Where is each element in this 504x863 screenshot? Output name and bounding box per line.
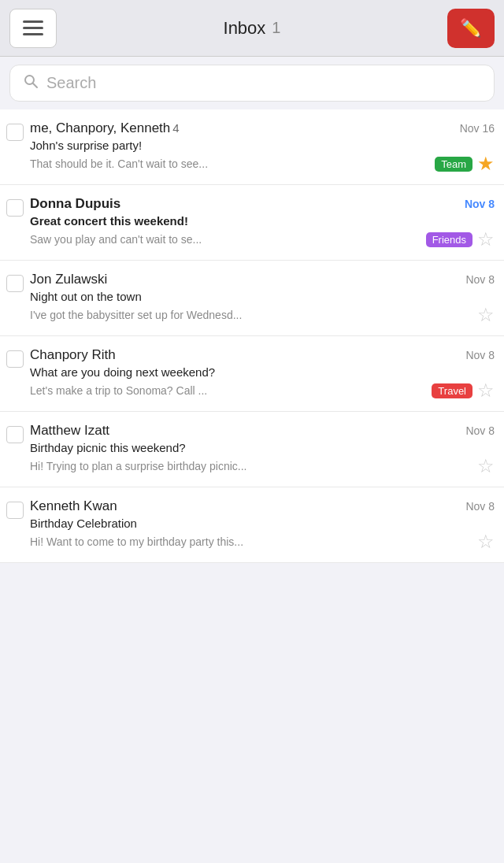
email-preview-row: Saw you play and can't wait to se... Fri… (30, 230, 495, 249)
hamburger-icon (23, 20, 43, 35)
email-date: Nov 8 (465, 349, 495, 361)
email-date: Nov 16 (460, 122, 495, 135)
email-content: Donna Dupuis Nov 8 Great concert this we… (30, 196, 495, 249)
search-placeholder: Search (46, 74, 96, 92)
email-content: Jon Zulawski Nov 8 Night out on the town… (30, 272, 495, 324)
email-subject: John's surprise party! (30, 139, 495, 152)
svg-line-1 (33, 83, 37, 87)
tag-label: Friends (426, 232, 472, 247)
email-subject: Birthday Celebration (30, 517, 495, 530)
menu-button[interactable] (9, 9, 57, 48)
email-preview: That should be it. Can't wait to see... (30, 157, 430, 170)
email-item[interactable]: Jon Zulawski Nov 8 Night out on the town… (0, 261, 504, 336)
email-date: Nov 8 (465, 500, 495, 513)
tag-label: Travel (432, 383, 472, 398)
sender-name: Matthew Izatt (30, 423, 109, 439)
email-preview: Hi! Trying to plan a surprise birthday p… (30, 460, 472, 472)
sender-name: me, Chanpory, Kenneth4 (30, 120, 180, 136)
email-item[interactable]: Matthew Izatt Nov 8 Birthday picnic this… (0, 412, 504, 487)
email-content: Matthew Izatt Nov 8 Birthday picnic this… (30, 423, 495, 476)
email-top-row: me, Chanpory, Kenneth4 Nov 16 (30, 120, 495, 136)
email-content: Kenneth Kwan Nov 8 Birthday Celebration … (30, 498, 495, 551)
email-preview-row: Hi! Want to come to my birthday party th… (30, 532, 495, 551)
compose-button[interactable]: ✏️ (447, 9, 495, 48)
email-subject: What are you doing next weekend? (30, 365, 495, 379)
email-top-row: Matthew Izatt Nov 8 (30, 423, 495, 439)
star-icon[interactable]: ☆ (477, 306, 495, 324)
email-preview: I've got the babysitter set up for Wedne… (30, 309, 472, 321)
email-checkbox[interactable] (6, 124, 24, 141)
compose-icon: ✏️ (460, 18, 481, 39)
tag-star-group: ☆ (477, 532, 495, 551)
search-icon (23, 73, 39, 93)
tag-label: Team (435, 157, 472, 172)
email-checkbox[interactable] (6, 350, 24, 368)
tag-star-group: ☆ (477, 457, 495, 476)
email-preview-row: That should be it. Can't wait to see... … (30, 154, 495, 173)
email-preview: Saw you play and can't wait to se... (30, 233, 421, 246)
email-date: Nov 8 (465, 424, 495, 437)
sender-name: Donna Dupuis (30, 196, 120, 212)
tag-star-group: Friends ☆ (426, 230, 495, 249)
tag-star-group: ☆ (477, 306, 495, 324)
email-list: me, Chanpory, Kenneth4 Nov 16 John's sur… (0, 109, 504, 563)
star-icon[interactable]: ☆ (477, 457, 495, 476)
email-top-row: Chanpory Rith Nov 8 (30, 347, 495, 363)
email-top-row: Jon Zulawski Nov 8 (30, 272, 495, 287)
sender-name: Chanpory Rith (30, 347, 116, 363)
sender-name: Jon Zulawski (30, 272, 107, 287)
star-icon[interactable]: ★ (477, 154, 495, 173)
email-preview: Hi! Want to come to my birthday party th… (30, 535, 472, 548)
email-preview-row: Hi! Trying to plan a surprise birthday p… (30, 457, 495, 476)
email-date: Nov 8 (465, 198, 495, 210)
email-item[interactable]: Donna Dupuis Nov 8 Great concert this we… (0, 185, 504, 261)
header-title: Inbox 1 (224, 18, 281, 39)
email-checkbox[interactable] (6, 199, 24, 217)
email-item[interactable]: Chanpory Rith Nov 8 What are you doing n… (0, 336, 504, 412)
email-item[interactable]: Kenneth Kwan Nov 8 Birthday Celebration … (0, 487, 504, 563)
email-top-row: Donna Dupuis Nov 8 (30, 196, 495, 212)
inbox-label: Inbox (224, 18, 266, 39)
email-content: me, Chanpory, Kenneth4 Nov 16 John's sur… (30, 120, 495, 173)
email-checkbox[interactable] (6, 502, 24, 519)
star-icon[interactable]: ☆ (477, 532, 495, 551)
email-item[interactable]: me, Chanpory, Kenneth4 Nov 16 John's sur… (0, 109, 504, 185)
star-icon[interactable]: ☆ (477, 230, 495, 249)
email-subject: Birthday picnic this weekend? (30, 441, 495, 454)
tag-star-group: Team ★ (435, 154, 495, 173)
email-preview-row: I've got the babysitter set up for Wedne… (30, 306, 495, 324)
email-checkbox[interactable] (6, 275, 24, 292)
sender-name: Kenneth Kwan (30, 498, 117, 514)
email-top-row: Kenneth Kwan Nov 8 (30, 498, 495, 514)
email-date: Nov 8 (465, 273, 495, 286)
star-icon[interactable]: ☆ (477, 381, 495, 400)
email-subject: Night out on the town (30, 290, 495, 303)
email-preview-row: Let's make a trip to Sonoma? Call ... Tr… (30, 381, 495, 400)
header: Inbox 1 ✏️ (0, 0, 504, 57)
email-content: Chanpory Rith Nov 8 What are you doing n… (30, 347, 495, 400)
inbox-badge: 1 (272, 19, 280, 37)
search-bar[interactable]: Search (9, 65, 495, 102)
email-subject: Great concert this weekend! (30, 214, 495, 228)
email-checkbox[interactable] (6, 426, 24, 443)
email-preview: Let's make a trip to Sonoma? Call ... (30, 384, 427, 397)
tag-star-group: Travel ☆ (432, 381, 495, 400)
